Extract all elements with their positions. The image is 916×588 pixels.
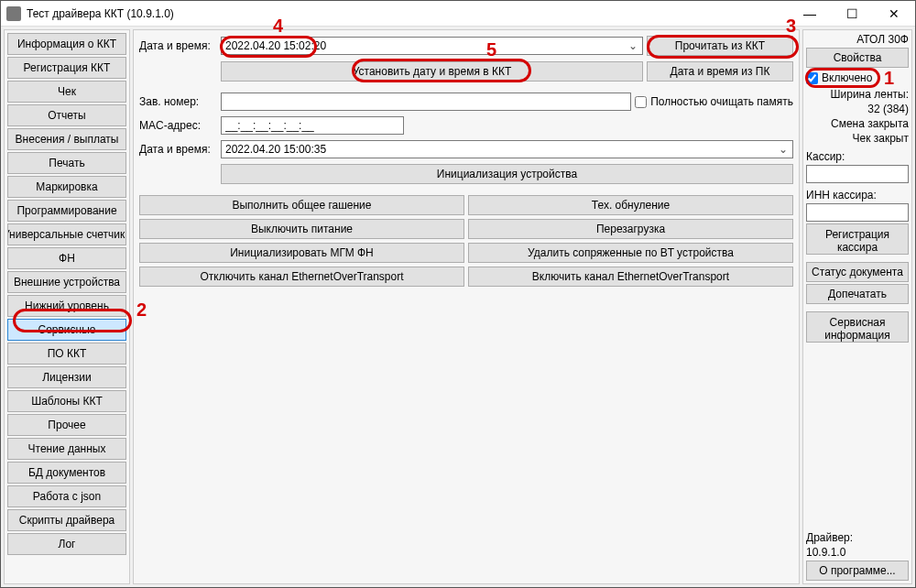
nav-item[interactable]: Внешние устройства [7,271,126,293]
chevron-down-icon: ⌄ [626,39,640,52]
about-button[interactable]: О программе... [806,561,909,581]
init-device-button[interactable]: Инициализация устройства [221,164,793,184]
datetime2-combo[interactable]: 2022.04.20 15:00:35 ⌄ [221,140,793,158]
mac-label: MAC-адрес: [139,119,217,132]
datetime2-value: 2022.04.20 15:00:35 [225,143,326,156]
full-clear-memory-checkbox[interactable]: Полностью очищать память [635,95,793,108]
nav-item[interactable]: БД документов [7,462,126,484]
action-button[interactable]: Включить канал EthernetOverTransport [468,267,793,287]
maximize-button[interactable]: ☐ [831,1,873,27]
nav-item[interactable]: ФН [7,247,126,269]
datetime-combo[interactable]: 2022.04.20 15:02:20 ⌄ [221,37,643,55]
cashier-input[interactable] [806,165,909,183]
nav-item[interactable]: Универсальные счетчики [7,223,126,245]
nav-item[interactable]: Сервисные [7,319,126,341]
driver-label: Драйвер: [806,531,909,544]
nav-item[interactable]: Прочее [7,414,126,436]
shift-closed: Смена закрыта [806,117,909,130]
cashier-label: Кассир: [806,150,909,163]
datetime-value: 2022.04.20 15:02:20 [225,39,326,52]
nav-item[interactable]: Информация о ККТ [7,33,126,55]
nav-item[interactable]: Лицензии [7,366,126,388]
serial-input[interactable] [221,93,631,111]
datetime-from-pc-button[interactable]: Дата и время из ПК [647,61,793,82]
window-title: Тест драйвера ККТ (10.9.1.0) [27,7,174,20]
nav-item[interactable]: Нижний уровень [7,295,126,317]
action-button[interactable]: Перезагрузка [468,219,793,239]
nav-item[interactable]: Внесения / выплаты [7,128,126,150]
nav-item[interactable]: Печать [7,152,126,174]
titlebar: Тест драйвера ККТ (10.9.1.0) — ☐ ✕ [1,1,915,27]
left-nav: Информация о ККТРегистрация ККТЧекОтчеты… [4,29,130,584]
action-button[interactable]: Выключить питание [139,219,464,239]
app-icon [6,6,21,21]
read-from-kkt-button[interactable]: Прочитать из ККТ [647,36,793,56]
set-datetime-kkt-button[interactable]: Установить дату и время в ККТ [221,61,643,82]
inn-input[interactable] [806,203,909,222]
datetime2-label: Дата и время: [139,143,217,156]
serial-label: Зав. номер: [139,95,217,108]
inn-label: ИНН кассира: [806,189,909,201]
minimize-button[interactable]: — [789,1,831,27]
action-button[interactable]: Тех. обнуление [468,195,793,215]
nav-item[interactable]: Шаблоны ККТ [7,390,126,412]
enabled-checkbox[interactable]: Включено [806,71,909,84]
chevron-down-icon: ⌄ [776,143,791,156]
reprint-button[interactable]: Допечатать [806,284,909,304]
action-button[interactable]: Отключить канал EthernetOverTransport [139,267,464,287]
action-button[interactable]: Инициализировать МГМ ФН [139,243,464,263]
action-button[interactable]: Удалить сопряженные по BT устройства [468,243,793,263]
tape-width-value: 32 (384) [806,103,909,115]
properties-button[interactable]: Свойства [806,48,909,68]
nav-item[interactable]: Отчеты [7,104,126,126]
nav-item[interactable]: Работа с json [7,485,126,507]
nav-item[interactable]: ПО ККТ [7,343,126,365]
nav-item[interactable]: Чтение данных [7,438,126,460]
nav-item[interactable]: Лог [7,533,126,555]
mac-input[interactable] [221,116,404,135]
center-panel: Дата и время: 2022.04.20 15:02:20 ⌄ Проч… [133,29,800,584]
register-cashier-button[interactable]: Регистрация кассира [806,223,909,255]
device-model: АТОЛ 30Ф [806,33,909,46]
nav-item[interactable]: Маркировка [7,176,126,198]
driver-version: 10.9.1.0 [806,546,909,559]
action-button[interactable]: Выполнить общее гашение [139,195,464,215]
nav-item[interactable]: Скрипты драйвера [7,509,126,531]
nav-item[interactable]: Программирование [7,200,126,222]
right-panel: АТОЛ 30Ф Свойства Включено Ширина ленты:… [802,29,912,584]
close-button[interactable]: ✕ [873,1,915,27]
datetime-label: Дата и время: [139,39,217,52]
tape-width-label: Ширина ленты: [806,88,909,101]
nav-item[interactable]: Регистрация ККТ [7,57,126,79]
doc-status-button[interactable]: Статус документа [806,262,909,282]
service-info-button[interactable]: Сервисная информация [806,311,909,343]
check-closed: Чек закрыт [806,132,909,145]
nav-item[interactable]: Чек [7,81,126,103]
